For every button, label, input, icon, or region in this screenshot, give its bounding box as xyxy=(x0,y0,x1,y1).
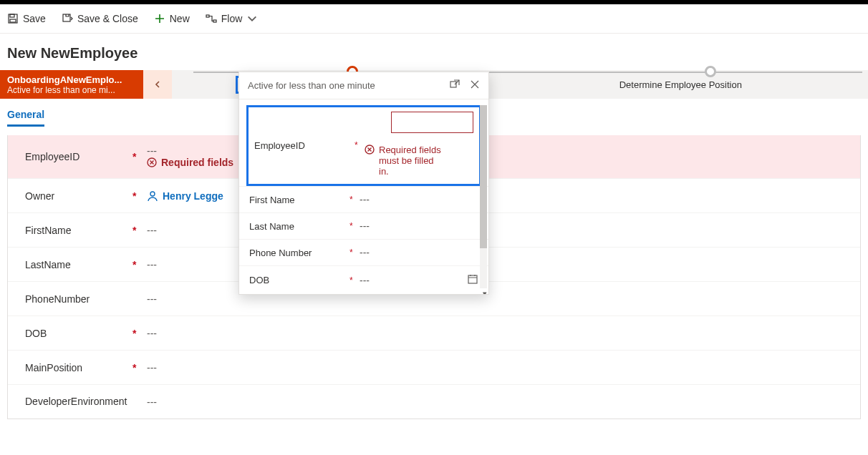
close-button[interactable] xyxy=(470,79,480,92)
value-mainposition: --- xyxy=(147,362,843,373)
required-marker: * xyxy=(132,328,147,339)
chevron-left-icon xyxy=(153,80,162,89)
chevron-down-icon xyxy=(246,13,258,24)
bpf-process-name: OnboardingANewEmplo... xyxy=(7,74,136,85)
required-marker: * xyxy=(132,151,147,162)
required-marker: * xyxy=(132,225,147,236)
row-dob[interactable]: DOB * --- xyxy=(8,315,860,350)
close-icon xyxy=(470,79,480,89)
svg-point-7 xyxy=(150,192,155,196)
person-icon xyxy=(147,190,158,202)
command-bar: Save Save & Close New Flow xyxy=(0,4,868,33)
flyout-label-employeeid: EmployeeID xyxy=(254,140,355,151)
flyout-value-firstname: --- xyxy=(360,194,478,205)
bpf-collapse-button[interactable] xyxy=(143,70,172,99)
label-owner: Owner xyxy=(25,190,132,202)
error-icon xyxy=(365,145,375,155)
required-marker: * xyxy=(355,140,365,150)
flyout-label-firstname: First Name xyxy=(249,195,349,205)
popout-icon xyxy=(450,79,460,89)
bpf-stage-future-label: Determine Employee Position xyxy=(619,79,742,90)
stage-flyout: Active for less than one minute Employee… xyxy=(238,72,489,295)
flyout-row-firstname[interactable]: First Name * --- xyxy=(239,186,488,212)
svg-rect-4 xyxy=(206,15,209,17)
error-icon xyxy=(147,157,157,167)
new-button[interactable]: New xyxy=(154,13,190,24)
flyout-employeeid-highlight: EmployeeID * Required fields must be fil… xyxy=(246,105,481,186)
save-icon xyxy=(7,13,19,24)
calendar-button[interactable] xyxy=(467,273,478,287)
owner-name: Henry Legge xyxy=(163,190,223,202)
page-title: New NewEmployee xyxy=(0,34,868,70)
save-close-label: Save & Close xyxy=(77,13,138,24)
flyout-header: Active for less than one minute xyxy=(239,72,488,99)
flow-label: Flow xyxy=(221,13,243,24)
save-close-button[interactable]: Save & Close xyxy=(62,13,138,24)
flyout-body: EmployeeID * Required fields must be fil… xyxy=(239,99,488,294)
flyout-scrollbar[interactable] xyxy=(480,105,487,288)
flyout-row-dob[interactable]: DOB * --- xyxy=(239,265,488,294)
flyout-row-lastname[interactable]: Last Name * --- xyxy=(239,212,488,239)
flyout-title: Active for less than one minute xyxy=(248,80,375,91)
flyout-scroll-down[interactable]: ▾ xyxy=(483,289,487,294)
plus-icon xyxy=(154,13,165,24)
flow-button[interactable]: Flow xyxy=(206,13,259,24)
flyout-label-lastname: Last Name xyxy=(249,221,349,232)
bpf-stage-future[interactable]: Determine Employee Position xyxy=(493,70,868,99)
save-button[interactable]: Save xyxy=(7,13,46,24)
tab-general[interactable]: General xyxy=(7,109,44,127)
flyout-value-phone: --- xyxy=(360,247,478,258)
row-mainposition[interactable]: MainPosition * --- xyxy=(8,350,860,384)
flyout-row-phone[interactable]: Phone Number * --- xyxy=(239,239,488,265)
label-dob: DOB xyxy=(25,328,132,339)
required-marker: * xyxy=(349,248,360,258)
flow-icon xyxy=(206,13,217,24)
flyout-label-dob: DOB xyxy=(249,275,349,285)
new-label: New xyxy=(170,13,190,24)
save-label: Save xyxy=(23,13,46,24)
row-devenv[interactable]: DeveloperEnvironment --- xyxy=(8,384,860,419)
required-marker: * xyxy=(349,195,360,205)
svg-rect-2 xyxy=(10,19,16,22)
flyout-label-phone: Phone Number xyxy=(249,248,349,258)
bpf-node-future[interactable] xyxy=(705,66,716,77)
flyout-value-dob: --- xyxy=(360,275,467,286)
calendar-icon xyxy=(467,273,478,285)
popout-button[interactable] xyxy=(450,79,460,92)
label-lastname: LastName xyxy=(25,259,132,270)
label-firstname: FirstName xyxy=(25,225,132,236)
flyout-employeeid-input[interactable] xyxy=(391,112,473,133)
required-marker: * xyxy=(132,259,147,270)
bpf-process-chip[interactable]: OnboardingANewEmplo... Active for less t… xyxy=(0,70,143,99)
svg-rect-10 xyxy=(468,275,477,283)
label-employeeid: EmployeeID xyxy=(25,151,132,162)
required-marker: * xyxy=(349,275,360,285)
svg-rect-1 xyxy=(10,14,14,17)
flyout-scroll-thumb[interactable] xyxy=(480,105,487,248)
label-phone: PhoneNumber xyxy=(25,293,132,305)
value-dob: --- xyxy=(147,328,843,339)
bpf-process-sub: Active for less than one mi... xyxy=(7,85,136,95)
required-marker: * xyxy=(349,221,360,231)
required-marker: * xyxy=(132,190,147,202)
label-mainposition: MainPosition xyxy=(25,362,132,373)
save-close-icon xyxy=(62,13,73,24)
value-devenv: --- xyxy=(147,396,843,408)
flyout-employeeid-error: Required fields must be filled in. xyxy=(365,145,473,177)
required-marker: * xyxy=(132,362,147,373)
flyout-value-lastname: --- xyxy=(360,220,478,232)
svg-rect-5 xyxy=(213,20,216,22)
employeeid-error-text: Required fields xyxy=(161,157,233,168)
flyout-employeeid-error-text: Required fields must be filled in. xyxy=(379,145,443,177)
label-devenv: DeveloperEnvironment xyxy=(25,396,132,408)
